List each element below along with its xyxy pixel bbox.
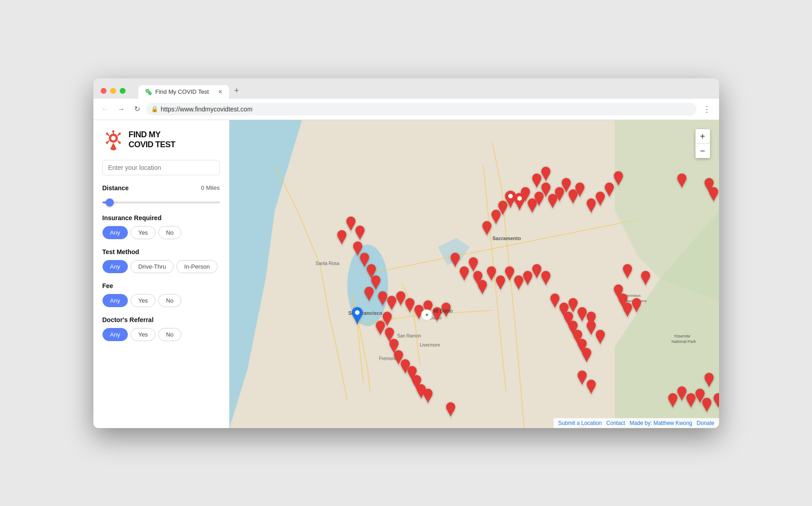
- svg-point-28: [517, 196, 522, 201]
- distance-value: 0 Miles: [201, 184, 219, 191]
- fee-yes-button[interactable]: Yes: [131, 294, 156, 307]
- svg-text:Yosemite: Yosemite: [674, 334, 690, 338]
- app-logo-icon: [102, 129, 124, 151]
- reload-button[interactable]: ↻: [131, 103, 143, 115]
- referral-no-button[interactable]: No: [158, 328, 181, 341]
- browser-window: 🦠 Find My COVID Test × + ← → ↻ 🔒 ⋮: [93, 78, 719, 428]
- logo-text-content: FIND MY COVID TEST: [129, 130, 175, 149]
- doctors-referral-btn-group: Any Yes No: [102, 328, 220, 341]
- tab-title: Find My COVID Test: [156, 88, 209, 95]
- test-method-drive-thru-button[interactable]: Drive-Thru: [131, 260, 174, 273]
- fee-filter: Fee Any Yes No: [102, 282, 220, 307]
- map-marker-mt-diablo: ✦: [421, 309, 432, 320]
- svg-point-9: [118, 132, 121, 135]
- forward-button[interactable]: →: [115, 103, 128, 115]
- location-input[interactable]: [102, 160, 220, 175]
- svg-point-1: [111, 136, 116, 140]
- insurance-any-button[interactable]: Any: [102, 226, 128, 239]
- tab-close-button[interactable]: ×: [218, 88, 222, 96]
- slider-track: [102, 202, 220, 203]
- browser-titlebar: 🦠 Find My COVID Test × +: [93, 78, 719, 99]
- made-by-link[interactable]: Made by: Matthew Kwong: [630, 420, 692, 426]
- minimize-window-button[interactable]: [110, 88, 116, 94]
- insurance-filter: Insurance Required Any Yes No: [102, 214, 220, 239]
- lock-icon: 🔒: [151, 106, 158, 112]
- browser-toolbar: ← → ↻ 🔒 ⋮: [93, 99, 719, 120]
- svg-text:Livermore: Livermore: [420, 342, 440, 347]
- test-method-btn-group: Any Drive-Thru In-Person: [102, 260, 220, 273]
- new-tab-button[interactable]: +: [229, 83, 245, 99]
- sidebar: FIND MY COVID TEST Distance 0 Miles: [93, 120, 229, 428]
- svg-point-27: [508, 194, 513, 198]
- zoom-in-button[interactable]: +: [695, 129, 710, 144]
- svg-point-11: [118, 141, 121, 144]
- insurance-btn-group: Any Yes No: [102, 226, 220, 239]
- svg-text:Mt Diablo: Mt Diablo: [433, 308, 453, 313]
- fee-label: Fee: [102, 282, 220, 289]
- map-svg: Sacramento San Francisco San Ramon Liver…: [229, 120, 719, 428]
- map-footer: Submit a Location Contact Made by: Matth…: [554, 418, 719, 428]
- distance-slider-wrap: [102, 196, 220, 205]
- slider-thumb[interactable]: [106, 198, 114, 207]
- referral-yes-button[interactable]: Yes: [131, 328, 156, 341]
- svg-text:✦: ✦: [424, 312, 428, 318]
- back-button[interactable]: ←: [99, 103, 112, 115]
- insurance-no-button[interactable]: No: [158, 226, 181, 239]
- donate-link[interactable]: Donate: [697, 420, 715, 426]
- svg-point-29: [355, 310, 360, 315]
- test-method-in-person-button[interactable]: In-Person: [176, 260, 217, 273]
- fee-any-button[interactable]: Any: [102, 294, 128, 307]
- svg-text:Sacramento: Sacramento: [492, 236, 521, 241]
- contact-link[interactable]: Contact: [606, 420, 625, 426]
- tab-bar: 🦠 Find My COVID Test × +: [138, 83, 245, 99]
- test-method-label: Test Method: [102, 248, 220, 255]
- svg-point-8: [106, 132, 108, 135]
- close-window-button[interactable]: [101, 88, 107, 94]
- insurance-yes-button[interactable]: Yes: [131, 226, 156, 239]
- zoom-out-button[interactable]: −: [695, 144, 710, 158]
- test-method-any-button[interactable]: Any: [102, 260, 128, 273]
- svg-text:Santa Rosa: Santa Rosa: [316, 261, 340, 266]
- fee-no-button[interactable]: No: [158, 294, 181, 307]
- app-logo-text: FIND MY COVID TEST: [129, 130, 175, 149]
- distance-filter: Distance 0 Miles: [102, 184, 220, 205]
- map-zoom-controls: + −: [695, 129, 710, 158]
- address-bar[interactable]: [146, 103, 696, 116]
- test-method-filter: Test Method Any Drive-Thru In-Person: [102, 248, 220, 273]
- app-content: FIND MY COVID TEST Distance 0 Miles: [93, 120, 719, 428]
- submit-location-link[interactable]: Submit a Location: [558, 420, 602, 426]
- map-area[interactable]: Sacramento San Francisco San Ramon Liver…: [229, 120, 719, 428]
- doctors-referral-filter: Doctor's Referral Any Yes No: [102, 316, 220, 341]
- fee-btn-group: Any Yes No: [102, 294, 220, 307]
- maximize-window-button[interactable]: [120, 88, 126, 94]
- logo-section: FIND MY COVID TEST: [102, 129, 220, 151]
- active-tab[interactable]: 🦠 Find My COVID Test ×: [138, 85, 229, 99]
- tab-favicon: 🦠: [145, 88, 152, 96]
- distance-label: Distance 0 Miles: [102, 184, 220, 192]
- address-bar-wrap: 🔒: [146, 103, 696, 116]
- svg-text:Fremont: Fremont: [379, 356, 396, 361]
- svg-text:San Ramon: San Ramon: [397, 333, 421, 338]
- referral-any-button[interactable]: Any: [102, 328, 128, 341]
- browser-controls: 🦠 Find My COVID Test × +: [101, 83, 712, 99]
- svg-point-7: [112, 130, 114, 132]
- svg-text:National Park: National Park: [671, 339, 696, 344]
- svg-point-10: [106, 141, 108, 144]
- insurance-label: Insurance Required: [102, 214, 220, 222]
- browser-menu-button[interactable]: ⋮: [700, 102, 714, 116]
- doctors-referral-label: Doctor's Referral: [102, 316, 220, 323]
